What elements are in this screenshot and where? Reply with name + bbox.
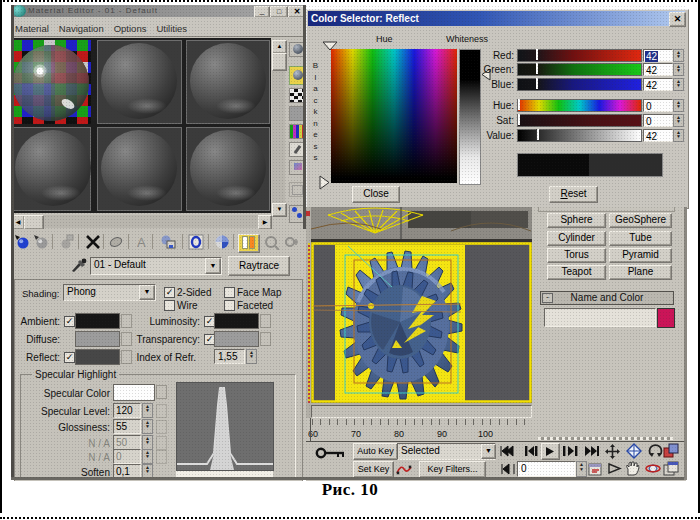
svg-text:A: A <box>137 235 146 250</box>
